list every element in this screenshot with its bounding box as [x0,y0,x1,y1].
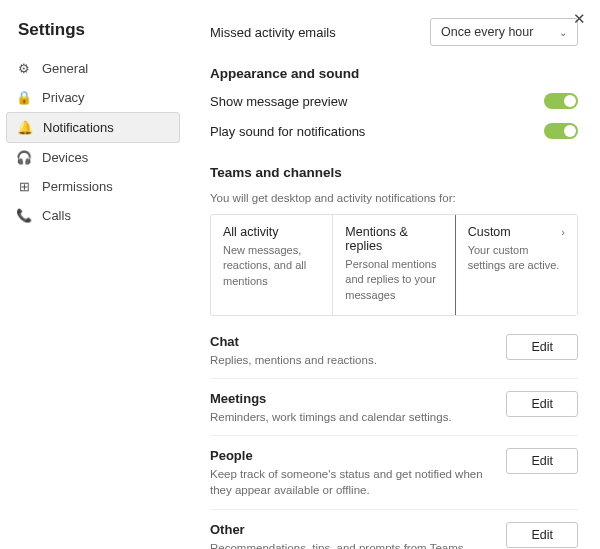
nav-item-permissions[interactable]: ⊞ Permissions [6,172,180,201]
grid-icon: ⊞ [16,179,32,194]
nav-label: Notifications [43,120,114,135]
edit-meetings-button[interactable]: Edit [506,391,578,417]
close-button[interactable]: ✕ [573,10,586,28]
headset-icon: 🎧 [16,150,32,165]
preview-row: Show message preview [210,93,578,109]
card-desc: Personal mentions and replies to your me… [345,257,442,303]
nav-item-calls[interactable]: 📞 Calls [6,201,180,230]
nav-item-privacy[interactable]: 🔒 Privacy [6,83,180,112]
sound-row: Play sound for notifications [210,123,578,139]
phone-icon: 📞 [16,208,32,223]
block-title: Meetings [210,391,496,406]
lock-icon: 🔒 [16,90,32,105]
block-desc: Recommendations, tips, and prompts from … [210,540,496,549]
sidebar: Settings ⚙ General 🔒 Privacy 🔔 Notificat… [0,0,186,549]
edit-other-button[interactable]: Edit [506,522,578,548]
dropdown-value: Once every hour [441,25,533,39]
nav-label: Calls [42,208,71,223]
missed-activity-label: Missed activity emails [210,25,336,40]
block-title: Chat [210,334,496,349]
appearance-heading: Appearance and sound [210,66,578,81]
section-chat: Chat Replies, mentions and reactions. Ed… [210,322,578,378]
nav-item-devices[interactable]: 🎧 Devices [6,143,180,172]
teams-heading: Teams and channels [210,165,578,180]
preview-toggle[interactable] [544,93,578,109]
nav-item-notifications[interactable]: 🔔 Notifications [6,112,180,143]
card-all-activity[interactable]: All activity New messages, reactions, an… [211,215,333,315]
section-people: People Keep track of someone's status an… [210,435,578,508]
nav-label: Permissions [42,179,113,194]
nav-label: Privacy [42,90,85,105]
section-other: Other Recommendations, tips, and prompts… [210,509,578,549]
sound-toggle[interactable] [544,123,578,139]
main-content: Missed activity emails Once every hour ⌄… [186,0,600,549]
block-desc: Reminders, work timings and calendar set… [210,409,496,425]
sound-label: Play sound for notifications [210,124,365,139]
missed-activity-dropdown[interactable]: Once every hour ⌄ [430,18,578,46]
card-mentions-replies[interactable]: Mentions & replies Personal mentions and… [333,215,455,315]
close-icon: ✕ [573,10,586,27]
bell-icon: 🔔 [17,120,33,135]
card-title: Mentions & replies [345,225,442,253]
section-meetings: Meetings Reminders, work timings and cal… [210,378,578,435]
block-title: Other [210,522,496,537]
card-title-text: Custom [468,225,511,239]
card-title: Custom › [468,225,565,239]
section-blocks: Chat Replies, mentions and reactions. Ed… [210,322,578,549]
block-desc: Replies, mentions and reactions. [210,352,496,368]
chevron-down-icon: ⌄ [559,27,567,38]
gear-icon: ⚙ [16,61,32,76]
missed-activity-row: Missed activity emails Once every hour ⌄ [210,18,578,46]
edit-chat-button[interactable]: Edit [506,334,578,360]
settings-title: Settings [0,10,186,54]
chevron-right-icon: › [561,226,565,238]
block-title: People [210,448,496,463]
card-custom[interactable]: Custom › Your custom settings are active… [455,214,578,316]
edit-people-button[interactable]: Edit [506,448,578,474]
card-title: All activity [223,225,320,239]
preview-label: Show message preview [210,94,347,109]
nav-label: Devices [42,150,88,165]
card-title-text: Mentions & replies [345,225,442,253]
card-title-text: All activity [223,225,279,239]
teams-cards: All activity New messages, reactions, an… [210,214,578,316]
card-desc: Your custom settings are active. [468,243,565,274]
nav-label: General [42,61,88,76]
card-desc: New messages, reactions, and all mention… [223,243,320,289]
block-desc: Keep track of someone's status and get n… [210,466,496,498]
nav-list: ⚙ General 🔒 Privacy 🔔 Notifications 🎧 De… [0,54,186,230]
teams-subdesc: You will get desktop and activity notifi… [210,192,578,204]
nav-item-general[interactable]: ⚙ General [6,54,180,83]
